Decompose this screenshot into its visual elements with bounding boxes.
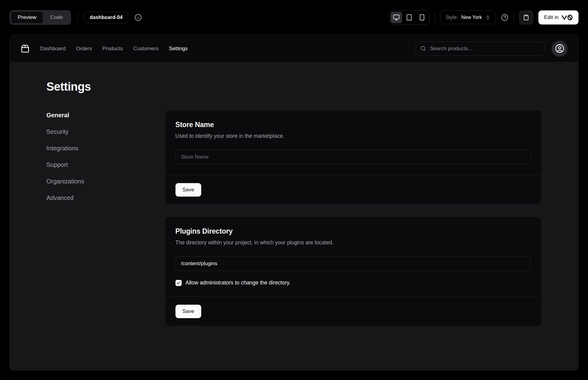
edit-in-label: Edit in: [544, 14, 559, 21]
checkbox-label[interactable]: Allow administrators to change the direc…: [186, 280, 291, 286]
clipboard-icon: [523, 14, 529, 21]
view-mode-toggle: Preview Code: [9, 10, 71, 25]
store-name-card: Store Name Used to identify your store i…: [165, 110, 542, 205]
device-size-toggle: [389, 10, 429, 25]
style-select-value: New York: [461, 15, 482, 20]
allow-admins-checkbox[interactable]: [175, 280, 182, 286]
plugins-directory-input[interactable]: [175, 256, 531, 271]
card-title: Store Name: [175, 121, 531, 129]
mobile-toggle-button[interactable]: [416, 12, 428, 23]
nav-link-settings[interactable]: Settings: [169, 46, 187, 52]
tablet-toggle-button[interactable]: [403, 12, 415, 23]
store-logo-button[interactable]: [21, 44, 30, 53]
desktop-toggle-button[interactable]: [390, 12, 402, 23]
settings-sidebar: General Security Integrations Support Or…: [47, 110, 165, 201]
v0-logo-icon: [561, 14, 573, 21]
app-top-nav: Dashboard Orders Products Customers Sett…: [10, 35, 578, 62]
search-input[interactable]: [429, 45, 540, 52]
sidebar-item-integrations[interactable]: Integrations: [47, 145, 165, 152]
store-name-input[interactable]: [175, 150, 531, 164]
sidebar-item-support[interactable]: Support: [47, 161, 165, 168]
save-button[interactable]: Save: [175, 183, 202, 197]
tablet-icon: [406, 14, 413, 21]
sidebar-item-security[interactable]: Security: [47, 128, 165, 135]
package-icon: [21, 44, 30, 53]
copy-code-button[interactable]: [519, 10, 533, 24]
card-description: The directory within your project, in wh…: [175, 239, 531, 246]
divider: [77, 12, 78, 23]
viewer-toolbar: Preview Code dashboard-04 Style: New Yor…: [0, 0, 588, 35]
nav-link-orders[interactable]: Orders: [76, 46, 92, 52]
nav-link-dashboard[interactable]: Dashboard: [40, 46, 66, 52]
divider: [514, 12, 514, 23]
page-title: Settings: [47, 80, 542, 93]
user-menu-button[interactable]: [552, 41, 567, 57]
settings-page: Settings General Security Integrations S…: [10, 62, 578, 371]
smartphone-icon: [419, 14, 425, 21]
search-icon: [420, 46, 426, 51]
sidebar-item-organizations[interactable]: Organizations: [47, 178, 165, 185]
nav-link-products[interactable]: Products: [102, 46, 123, 52]
save-button[interactable]: Save: [175, 305, 202, 318]
nav-link-customers[interactable]: Customers: [133, 46, 158, 52]
monitor-icon: [393, 14, 400, 21]
circle-user-icon: [555, 44, 564, 53]
style-select-label: Style:: [446, 15, 458, 20]
sidebar-item-general[interactable]: General: [47, 112, 165, 119]
chevrons-up-down-icon: [485, 15, 490, 20]
block-name-badge: dashboard-04: [84, 12, 128, 23]
preview-tab[interactable]: Preview: [11, 11, 43, 24]
help-icon[interactable]: [501, 14, 508, 21]
edit-in-v0-button[interactable]: Edit in: [538, 10, 579, 24]
allow-admins-checkbox-row: Allow administrators to change the direc…: [175, 280, 531, 286]
info-icon[interactable]: [134, 14, 142, 21]
checkmark-icon: [176, 281, 181, 285]
divider: [435, 12, 435, 23]
sidebar-item-advanced[interactable]: Advanced: [47, 194, 165, 201]
preview-frame: Dashboard Orders Products Customers Sett…: [9, 35, 579, 371]
card-title: Plugins Directory: [175, 227, 531, 235]
style-select[interactable]: Style: New York: [440, 10, 496, 24]
code-tab[interactable]: Code: [43, 11, 70, 24]
plugins-directory-card: Plugins Directory The directory within y…: [165, 216, 542, 326]
product-search: [416, 42, 545, 56]
card-description: Used to identify your store in the marke…: [175, 133, 531, 139]
